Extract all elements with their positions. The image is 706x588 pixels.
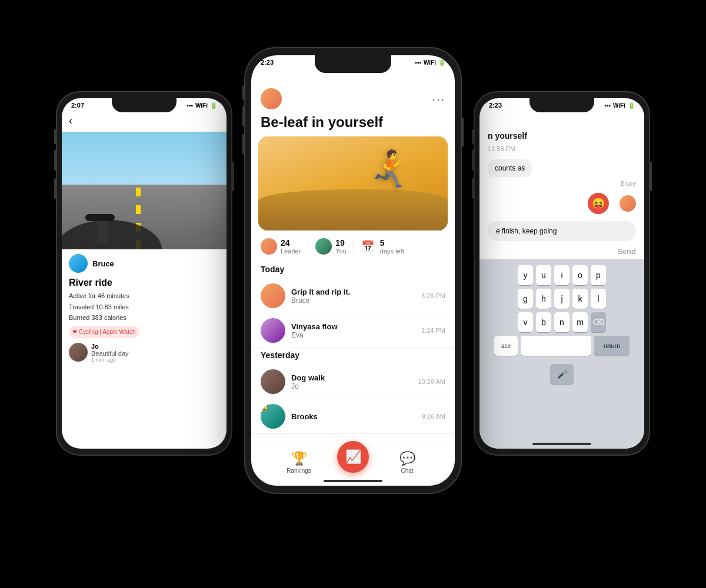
phone-right: 2:23 ▪▪▪ WiFi 🔋 n yourself 11:58 PM coun…: [474, 91, 650, 456]
comment-text: Beautiful day: [91, 350, 129, 357]
road-image: [62, 132, 227, 249]
phone-left: 2:07 ▪▪▪ WiFi 🔋 ‹: [56, 91, 232, 456]
key-j[interactable]: j: [554, 289, 570, 309]
chat-label: Chat: [401, 467, 413, 474]
leader-avatar: [261, 238, 277, 255]
keyboard-row-2: g h j k l: [479, 285, 644, 309]
back-button[interactable]: ‹: [69, 115, 72, 127]
key-g[interactable]: g: [518, 289, 533, 309]
space-key[interactable]: [521, 336, 591, 356]
user-info: Bruce: [62, 249, 227, 278]
keyboard[interactable]: y u i o p g h j k l v b: [479, 259, 644, 449]
right-title: n yourself: [488, 131, 527, 141]
status-time-right: 2:23: [489, 102, 502, 109]
svg-point-0: [62, 220, 162, 249]
battery-icon: 🔋: [210, 102, 217, 109]
phone-center: 2:23 ▪▪▪ WiFi 🔋 ··· Be-leaf in yourself: [244, 47, 462, 494]
more-options-button[interactable]: ···: [432, 92, 445, 106]
days-label: days left: [380, 248, 404, 255]
nav-rankings[interactable]: 🏆 Rankings: [261, 451, 337, 474]
space-key-label[interactable]: ace: [494, 336, 518, 356]
right-screen: 2:23 ▪▪▪ WiFi 🔋 n yourself 11:58 PM coun…: [479, 98, 644, 449]
backspace-key[interactable]: ⌫: [591, 312, 606, 332]
activity-name-2: Dog walk: [291, 373, 412, 382]
key-y[interactable]: y: [518, 265, 533, 285]
comment-author: Jo: [91, 343, 129, 350]
comment-row: Jo Beautiful day 1 min. ago: [62, 338, 227, 368]
list-item[interactable]: Vinyasa flow Eva 1:24 PM: [251, 313, 455, 348]
fab-button[interactable]: 📈: [337, 441, 369, 473]
section-yesterday: Yesterday: [251, 348, 455, 365]
activity-info-3: Brooks: [291, 412, 416, 421]
power-button: [232, 162, 234, 191]
return-key[interactable]: return: [594, 336, 630, 356]
rankings-label: Rankings: [287, 467, 311, 474]
volume-up-button: [54, 150, 56, 171]
volume-up-right: [472, 150, 474, 171]
key-v[interactable]: v: [518, 312, 533, 332]
keyboard-row-mic: 🎤: [479, 360, 644, 384]
mic-key[interactable]: 🎤: [550, 364, 574, 384]
wifi-icon: WiFi: [195, 102, 208, 109]
left-header: ‹: [62, 110, 227, 132]
activity-time-1: 1:24 PM: [421, 327, 445, 334]
activity-avatar-3: 🤠: [261, 404, 285, 429]
activity-name-0: Grip it and rip it.: [291, 288, 415, 296]
scene: 2:07 ▪▪▪ WiFi 🔋 ‹: [0, 0, 706, 588]
key-b[interactable]: b: [536, 312, 551, 332]
list-item[interactable]: 🤠 Brooks 9:26 AM: [251, 399, 455, 434]
key-l[interactable]: l: [591, 289, 606, 309]
handlebar: [62, 202, 227, 249]
group-avatar-center[interactable]: [261, 88, 282, 109]
wifi-center: WiFi: [424, 59, 436, 66]
signal-center: ▪▪▪: [415, 59, 421, 66]
silent-switch: [54, 129, 56, 144]
notch-left: [112, 98, 176, 112]
keyboard-row-4: ace return: [479, 332, 644, 360]
nav-chat[interactable]: 💬 Chat: [369, 451, 445, 474]
key-h[interactable]: h: [536, 289, 551, 309]
list-item[interactable]: Dog walk Jo 10:26 AM: [251, 365, 455, 399]
key-i[interactable]: i: [554, 265, 570, 285]
list-item[interactable]: Grip it and rip it. Bruce 3:26 PM: [251, 279, 455, 313]
leader-count: 24: [281, 238, 301, 248]
svg-rect-2: [85, 214, 115, 221]
send-button[interactable]: Send: [617, 247, 636, 256]
chat-icon: 💬: [399, 451, 415, 466]
key-o[interactable]: o: [572, 265, 588, 285]
status-icons-center: ▪▪▪ WiFi 🔋: [415, 59, 445, 66]
activity-avatar-1: [261, 318, 285, 343]
stat-burned: Burned 383 calories: [69, 312, 219, 323]
center-screen: 2:23 ▪▪▪ WiFi 🔋 ··· Be-leaf in yourself: [251, 55, 455, 486]
calendar-icon: 📅: [361, 240, 374, 253]
sky: [62, 132, 227, 191]
hero-image: 🏃: [258, 136, 448, 230]
dune-shape: [258, 189, 448, 230]
avatar-jo-left: [69, 343, 88, 362]
center-header: ···: [251, 67, 455, 114]
key-m[interactable]: m: [572, 312, 588, 332]
activity-name-3: Brooks: [291, 412, 416, 421]
power-button-center: [462, 118, 464, 147]
notch-center: [315, 55, 391, 73]
left-screen: 2:07 ▪▪▪ WiFi 🔋 ‹: [62, 98, 227, 449]
leader-stat-text: 24 Leader: [281, 238, 301, 255]
comment-content: Jo Beautiful day 1 min. ago: [91, 343, 129, 363]
activity-list: Grip it and rip it. Bruce 3:26 PM Vinyas…: [251, 279, 455, 446]
signal-right: ▪▪▪: [604, 102, 611, 109]
stat-days: 📅 5 days left: [361, 238, 404, 255]
activity-info-1: Vinyasa flow Eva: [291, 322, 415, 339]
fab-icon: 📈: [345, 449, 361, 465]
volume-down-right: [472, 178, 474, 199]
status-time-left: 2:07: [71, 102, 84, 109]
key-k[interactable]: k: [572, 289, 588, 309]
key-n[interactable]: n: [554, 312, 570, 332]
key-p[interactable]: p: [591, 265, 606, 285]
activity-time-2: 10:26 AM: [418, 378, 445, 385]
your-count: 19: [335, 238, 347, 248]
sender-name: Bruce: [488, 181, 636, 187]
rankings-icon: 🏆: [291, 451, 307, 466]
stat-active: Active for 46 minutes: [69, 290, 219, 302]
key-u[interactable]: u: [536, 265, 551, 285]
chat-timestamp: 11:58 PM: [479, 144, 644, 157]
